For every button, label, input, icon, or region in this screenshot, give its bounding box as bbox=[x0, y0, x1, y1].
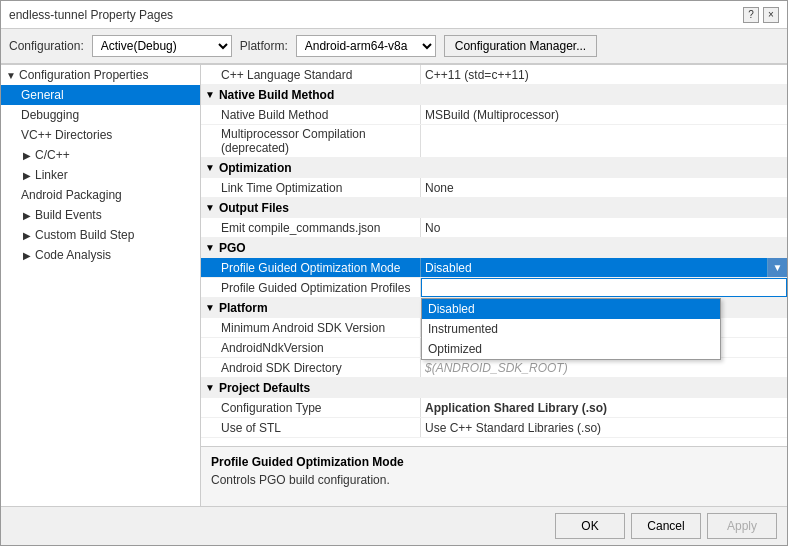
configuration-select[interactable]: Active(Debug) bbox=[92, 35, 232, 57]
expand-right-icon: ▶ bbox=[21, 229, 33, 241]
section-label: Output Files bbox=[219, 201, 289, 215]
platform-select[interactable]: Android-arm64-v8a bbox=[296, 35, 436, 57]
section-header-optimization: ▼ Optimization bbox=[201, 158, 787, 178]
title-bar-controls: ? × bbox=[743, 7, 779, 23]
property-name: Use of STL bbox=[201, 418, 421, 437]
sidebar-item-label: Build Events bbox=[35, 208, 102, 222]
expand-right-icon: ▶ bbox=[21, 149, 33, 161]
expand-right-icon: ▶ bbox=[21, 249, 33, 261]
table-row: Android SDK Directory $(ANDROID_SDK_ROOT… bbox=[201, 358, 787, 378]
property-value[interactable]: $(ANDROID_SDK_ROOT) bbox=[421, 358, 787, 377]
right-panel: C++ Language Standard C++11 (std=c++11) … bbox=[201, 65, 787, 506]
sidebar-item-general[interactable]: General bbox=[1, 85, 200, 105]
table-row: Use of STL Use C++ Standard Libraries (.… bbox=[201, 418, 787, 438]
config-label: Configuration: bbox=[9, 39, 84, 53]
property-value[interactable]: Disabled ▼ bbox=[421, 258, 787, 277]
property-name: Minimum Android SDK Version bbox=[201, 318, 421, 337]
window-title: endless-tunnel Property Pages bbox=[9, 8, 173, 22]
cancel-button[interactable]: Cancel bbox=[631, 513, 701, 539]
collapse-icon: ▼ bbox=[205, 382, 215, 393]
property-value[interactable] bbox=[421, 125, 787, 157]
table-row-pgo-mode[interactable]: Profile Guided Optimization Mode Disable… bbox=[201, 258, 787, 278]
section-label: Platform bbox=[219, 301, 268, 315]
property-name: Multiprocessor Compilation (deprecated) bbox=[201, 125, 421, 157]
table-row: C++ Language Standard C++11 (std=c++11) bbox=[201, 65, 787, 85]
property-pages-window: endless-tunnel Property Pages ? × Config… bbox=[0, 0, 788, 546]
section-header-native-build: ▼ Native Build Method bbox=[201, 85, 787, 105]
sidebar-item-custom-build-step[interactable]: ▶ Custom Build Step bbox=[1, 225, 200, 245]
button-bar: OK Cancel Apply bbox=[1, 506, 787, 545]
close-button[interactable]: × bbox=[763, 7, 779, 23]
dropdown-list[interactable]: Disabled Instrumented Optimized bbox=[421, 298, 721, 360]
section-header-pgo: ▼ PGO bbox=[201, 238, 787, 258]
title-bar: endless-tunnel Property Pages ? × bbox=[1, 1, 787, 29]
property-name: C++ Language Standard bbox=[201, 65, 421, 84]
dropdown-option-instrumented[interactable]: Instrumented bbox=[422, 319, 720, 339]
table-row: Native Build Method MSBuild (Multiproces… bbox=[201, 105, 787, 125]
description-area: Profile Guided Optimization Mode Control… bbox=[201, 446, 787, 506]
property-value[interactable]: Application Shared Library (.so) bbox=[421, 398, 787, 417]
collapse-icon: ▼ bbox=[205, 89, 215, 100]
collapse-icon: ▼ bbox=[205, 302, 215, 313]
apply-button[interactable]: Apply bbox=[707, 513, 777, 539]
collapse-icon: ▼ bbox=[205, 162, 215, 173]
section-label: PGO bbox=[219, 241, 246, 255]
property-value[interactable]: Use C++ Standard Libraries (.so) bbox=[421, 418, 787, 437]
sidebar-item-label: C/C++ bbox=[35, 148, 70, 162]
section-label: Native Build Method bbox=[219, 88, 334, 102]
sidebar-item-debugging[interactable]: Debugging bbox=[1, 105, 200, 125]
expand-icon: ▼ bbox=[5, 69, 17, 81]
property-name: Profile Guided Optimization Profiles bbox=[201, 278, 421, 297]
description-title: Profile Guided Optimization Mode bbox=[211, 455, 777, 469]
sidebar: ▼ Configuration Properties General Debug… bbox=[1, 65, 201, 506]
property-value[interactable]: MSBuild (Multiprocessor) bbox=[421, 105, 787, 124]
property-name: Native Build Method bbox=[201, 105, 421, 124]
config-bar: Configuration: Active(Debug) Platform: A… bbox=[1, 29, 787, 64]
table-row: Multiprocessor Compilation (deprecated) bbox=[201, 125, 787, 158]
sidebar-item-label: Custom Build Step bbox=[35, 228, 134, 242]
table-row: Configuration Type Application Shared Li… bbox=[201, 398, 787, 418]
section-header-output-files: ▼ Output Files bbox=[201, 198, 787, 218]
dropdown-button[interactable]: ▼ bbox=[767, 258, 787, 277]
sidebar-item-android-packaging[interactable]: Android Packaging bbox=[1, 185, 200, 205]
property-value[interactable]: No bbox=[421, 218, 787, 237]
dropdown-option-optimized[interactable]: Optimized bbox=[422, 339, 720, 359]
sidebar-item-label: Debugging bbox=[21, 108, 79, 122]
dropdown-option-disabled[interactable]: Disabled bbox=[422, 299, 720, 319]
section-label: Optimization bbox=[219, 161, 292, 175]
main-content: ▼ Configuration Properties General Debug… bbox=[1, 64, 787, 506]
sidebar-item-vc-directories[interactable]: VC++ Directories bbox=[1, 125, 200, 145]
section-label: Project Defaults bbox=[219, 381, 310, 395]
collapse-icon: ▼ bbox=[205, 242, 215, 253]
table-row: Link Time Optimization None bbox=[201, 178, 787, 198]
sidebar-item-code-analysis[interactable]: ▶ Code Analysis bbox=[1, 245, 200, 265]
table-row-pgo-profiles: Profile Guided Optimization Profiles Dis… bbox=[201, 278, 787, 298]
expand-right-icon: ▶ bbox=[21, 169, 33, 181]
property-name: Profile Guided Optimization Mode bbox=[201, 258, 421, 277]
sidebar-item-label: Code Analysis bbox=[35, 248, 111, 262]
property-name: Link Time Optimization bbox=[201, 178, 421, 197]
ok-button[interactable]: OK bbox=[555, 513, 625, 539]
properties-area: C++ Language Standard C++11 (std=c++11) … bbox=[201, 65, 787, 446]
sidebar-item-label: VC++ Directories bbox=[21, 128, 112, 142]
collapse-icon: ▼ bbox=[205, 202, 215, 213]
sidebar-item-label: General bbox=[21, 88, 64, 102]
sidebar-item-cpp[interactable]: ▶ C/C++ bbox=[1, 145, 200, 165]
property-name: Emit compile_commands.json bbox=[201, 218, 421, 237]
help-button[interactable]: ? bbox=[743, 7, 759, 23]
property-value[interactable]: Disabled Instrumented Optimized bbox=[421, 278, 787, 297]
property-value[interactable]: None bbox=[421, 178, 787, 197]
configuration-manager-button[interactable]: Configuration Manager... bbox=[444, 35, 597, 57]
table-row: Emit compile_commands.json No bbox=[201, 218, 787, 238]
value-text: Disabled bbox=[425, 261, 472, 275]
property-name: Android SDK Directory bbox=[201, 358, 421, 377]
dropdown-display[interactable] bbox=[421, 278, 787, 297]
sidebar-item-label: Configuration Properties bbox=[19, 68, 148, 82]
sidebar-item-config-properties[interactable]: ▼ Configuration Properties bbox=[1, 65, 200, 85]
description-text: Controls PGO build configuration. bbox=[211, 473, 777, 487]
sidebar-item-build-events[interactable]: ▶ Build Events bbox=[1, 205, 200, 225]
property-value[interactable]: C++11 (std=c++11) bbox=[421, 65, 787, 84]
sidebar-item-linker[interactable]: ▶ Linker bbox=[1, 165, 200, 185]
property-name: Configuration Type bbox=[201, 398, 421, 417]
sidebar-item-label: Android Packaging bbox=[21, 188, 122, 202]
